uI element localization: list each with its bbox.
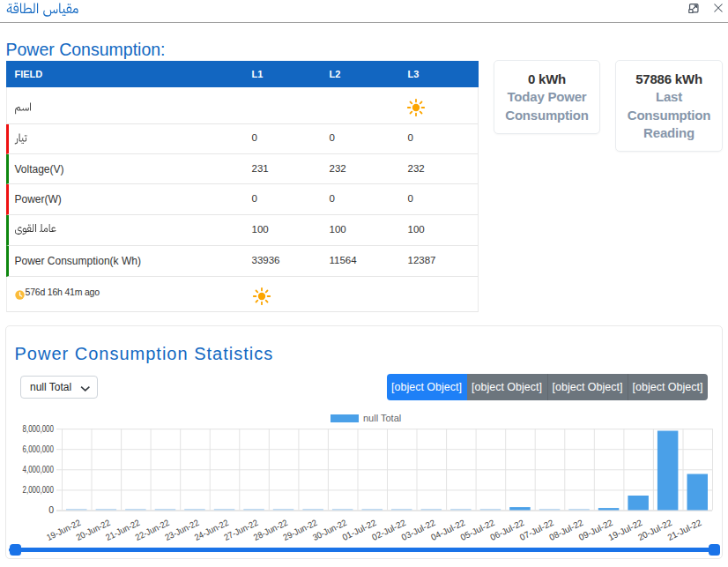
svg-text:2,000,000: 2,000,000 [23, 484, 55, 495]
svg-text:4,000,000: 4,000,000 [23, 464, 55, 474]
svg-text:8,000,000: 8,000,000 [23, 423, 55, 434]
svg-text:21-Jul-22: 21-Jul-22 [665, 518, 703, 542]
svg-text:6,000,000: 6,000,000 [23, 444, 55, 454]
svg-text:0: 0 [48, 504, 54, 515]
